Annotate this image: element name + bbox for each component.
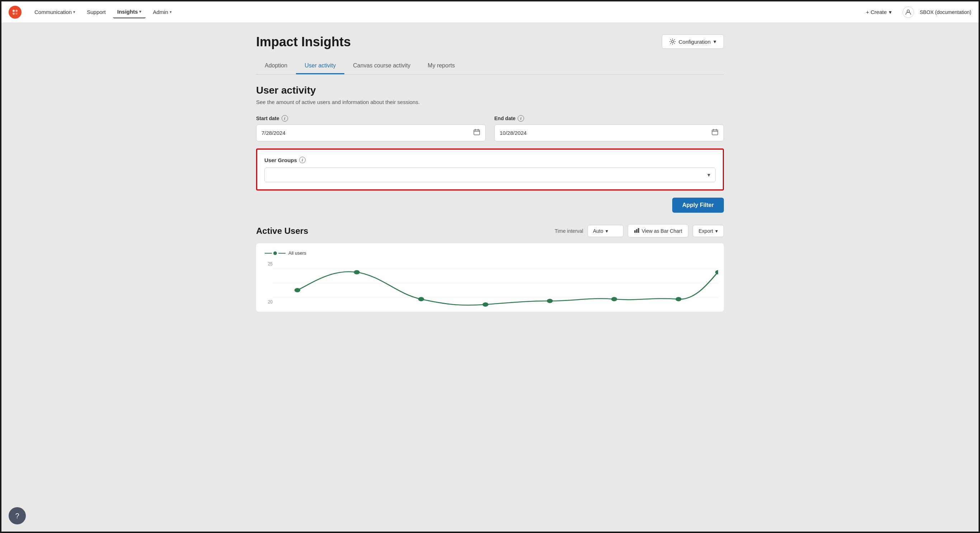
create-button[interactable]: + Create ▾ <box>861 7 897 18</box>
legend-dot <box>273 251 277 255</box>
user-profile-icon[interactable] <box>902 6 914 18</box>
nav-insights[interactable]: Insights ▾ <box>113 6 146 18</box>
svg-point-18 <box>547 299 553 303</box>
chart-container: All users 25 20 <box>256 243 724 312</box>
chevron-down-icon: ▾ <box>606 228 608 234</box>
filter-actions-row: Apply Filter <box>256 197 724 213</box>
main-content: Impact Insights Configuration ▾ Adoption… <box>239 23 741 323</box>
page-header: Impact Insights Configuration ▾ <box>256 35 724 49</box>
active-users-section: Active Users Time interval Auto ▾ V <box>256 224 724 312</box>
svg-point-16 <box>418 297 424 301</box>
svg-rect-9 <box>636 229 638 233</box>
tab-canvas-course-activity[interactable]: Canvas course activity <box>344 58 419 74</box>
section-title: User activity <box>256 85 724 96</box>
nav-communication[interactable]: Communication ▾ <box>30 6 80 18</box>
chevron-down-icon: ▾ <box>139 10 142 14</box>
nav-admin[interactable]: Admin ▾ <box>148 6 176 18</box>
section-description: See the amount of active users and infor… <box>256 99 724 105</box>
svg-rect-8 <box>634 230 636 233</box>
svg-point-5 <box>671 41 674 43</box>
export-button[interactable]: Export ▾ <box>693 225 724 237</box>
calendar-icon <box>473 129 480 137</box>
chevron-down-icon: ▾ <box>73 10 75 14</box>
legend-all-users-label: All users <box>288 250 306 256</box>
svg-point-20 <box>675 297 682 301</box>
chart-area: 25 20 <box>262 261 718 308</box>
chevron-down-icon: ▾ <box>889 9 892 16</box>
chevron-down-icon: ▾ <box>707 172 710 178</box>
tabs-bar: Adoption User activity Canvas course act… <box>256 58 724 75</box>
gear-icon <box>669 38 676 45</box>
user-groups-info-icon[interactable]: i <box>299 157 305 163</box>
chart-svg <box>273 261 718 308</box>
user-groups-box: User Groups i ▾ <box>256 148 724 191</box>
svg-rect-6 <box>474 130 480 135</box>
apply-filter-button[interactable]: Apply Filter <box>672 197 724 213</box>
nav-items: Communication ▾ Support Insights ▾ Admin… <box>30 6 852 18</box>
legend-line <box>278 253 286 254</box>
calendar-icon <box>711 129 719 137</box>
tab-my-reports[interactable]: My reports <box>419 58 463 74</box>
tab-adoption[interactable]: Adoption <box>256 58 296 74</box>
svg-point-2 <box>13 13 15 15</box>
svg-rect-10 <box>638 228 639 233</box>
end-date-label: End date i <box>494 115 724 122</box>
end-date-field: End date i 10/28/2024 <box>494 115 724 141</box>
start-date-info-icon[interactable]: i <box>282 115 288 122</box>
svg-point-3 <box>16 13 18 15</box>
svg-point-17 <box>482 302 488 307</box>
nav-support[interactable]: Support <box>83 6 110 18</box>
end-date-input[interactable]: 10/28/2024 <box>494 124 724 141</box>
start-date-field: Start date i 7/28/2024 <box>256 115 486 141</box>
svg-rect-7 <box>712 130 718 135</box>
chart-controls: Time interval Auto ▾ View as Bar Chart <box>555 224 724 237</box>
user-groups-label: User Groups i <box>264 157 716 163</box>
view-bar-chart-button[interactable]: View as Bar Chart <box>628 224 688 237</box>
y-axis: 25 20 <box>262 261 273 308</box>
chart-svg-container <box>273 261 718 308</box>
end-date-info-icon[interactable]: i <box>518 115 524 122</box>
start-date-input[interactable]: 7/28/2024 <box>256 124 486 141</box>
legend-line <box>265 253 272 254</box>
start-date-label: Start date i <box>256 115 486 122</box>
tab-user-activity[interactable]: User activity <box>296 58 344 74</box>
y-label-20: 20 <box>262 299 273 304</box>
time-interval-label: Time interval <box>555 228 583 234</box>
svg-point-0 <box>13 10 15 12</box>
logo-icon[interactable] <box>9 6 22 19</box>
user-groups-select[interactable]: ▾ <box>264 167 716 182</box>
active-users-title: Active Users <box>256 226 308 236</box>
chevron-down-icon: ▾ <box>170 10 172 14</box>
time-interval-select[interactable]: Auto ▾ <box>587 225 624 237</box>
top-navigation: Communication ▾ Support Insights ▾ Admin… <box>2 2 978 23</box>
active-users-header: Active Users Time interval Auto ▾ V <box>256 224 724 237</box>
svg-point-21 <box>715 270 718 274</box>
bar-chart-icon <box>634 228 640 234</box>
chevron-down-icon: ▾ <box>713 38 716 45</box>
org-name-label: SBOX (documentation) <box>920 10 971 15</box>
chart-legend: All users <box>262 250 718 256</box>
configuration-button[interactable]: Configuration ▾ <box>662 35 724 49</box>
chevron-down-icon: ▾ <box>715 228 718 234</box>
date-filter-row: Start date i 7/28/2024 End date i 10/28/… <box>256 115 724 141</box>
svg-point-19 <box>611 297 617 301</box>
y-label-25: 25 <box>262 261 273 266</box>
svg-point-15 <box>354 270 360 274</box>
nav-right: + Create ▾ SBOX (documentation) <box>861 6 971 18</box>
help-bubble-button[interactable]: ? <box>9 507 26 524</box>
svg-point-1 <box>16 10 18 12</box>
svg-point-14 <box>294 288 301 292</box>
page-title: Impact Insights <box>256 35 351 49</box>
